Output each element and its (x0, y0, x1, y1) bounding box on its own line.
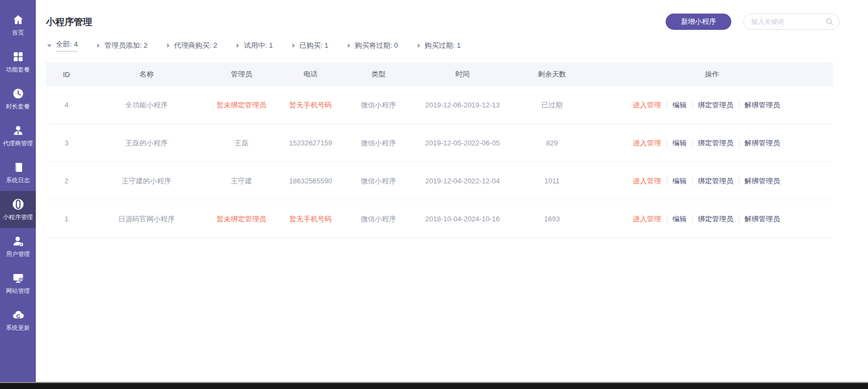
action-link[interactable]: 解绑管理员 (739, 177, 786, 185)
filter-tab[interactable]: 购买过期: 1 (418, 41, 461, 50)
column-header-type: 类型 (344, 69, 412, 79)
sidebar-item-home[interactable]: 首页 (0, 7, 36, 43)
cell-name: 日源码官网小程序 (87, 214, 206, 224)
clock-icon (12, 87, 24, 100)
cell-admin: 王守建 (206, 176, 277, 186)
column-header-actions: 操作 (591, 69, 833, 79)
triangle-icon (167, 43, 170, 48)
cell-admin: 暂未绑定管理员 (206, 214, 277, 224)
cell-admin: 暂未绑定管理员 (206, 100, 277, 110)
cell-actions: 进入管理 编辑 绑定管理员 解绑管理员 (591, 177, 833, 185)
triangle-icon (348, 43, 350, 48)
sidebar-item-system-log[interactable]: 系统日志 (0, 154, 36, 191)
action-link[interactable]: 进入管理 (628, 139, 667, 147)
user-gear-icon (12, 235, 24, 247)
cell-id: 2 (46, 177, 87, 185)
filter-tab-label: 管理员添加: 2 (104, 41, 147, 50)
log-icon (12, 161, 24, 174)
action-link[interactable]: 编辑 (667, 177, 692, 185)
filter-tab[interactable]: 管理员添加: 2 (97, 41, 147, 50)
miniprogram-icon (12, 198, 24, 211)
sidebar-item-label: 网站管理 (6, 287, 30, 295)
main-content: 小程序管理 新增小程序 全部: 4 管理 (36, 0, 868, 382)
add-miniprogram-button[interactable]: 新增小程序 (666, 14, 731, 30)
sidebar-item-label: 系统更新 (6, 324, 30, 332)
sidebar-item-website-management[interactable]: 网站管理 (0, 265, 36, 302)
table-row: 1 日源码官网小程序 暂未绑定管理员 暂无手机号码 微信小程序 2018-10-… (46, 200, 833, 238)
cell-actions: 进入管理 编辑 绑定管理员 解绑管理员 (591, 139, 833, 147)
sidebar-item-duration-packages[interactable]: 时长套餐 (0, 80, 36, 117)
cell-days: 1011 (513, 177, 591, 185)
app-window: 首页 功能套餐 时长套餐 代理商管理 系统日志 (0, 0, 868, 389)
triangle-icon (47, 44, 52, 47)
filter-tabs: 全部: 4 管理员添加: 2 代理商购买: 2 试用中: 1 (36, 40, 868, 52)
action-link[interactable]: 编辑 (667, 215, 692, 223)
action-link[interactable]: 进入管理 (628, 215, 667, 223)
filter-tab-label: 试用中: 1 (244, 41, 272, 50)
sidebar-item-label: 用户管理 (6, 250, 30, 258)
filter-tab[interactable]: 试用中: 1 (237, 41, 272, 50)
cell-actions: 进入管理 编辑 绑定管理员 解绑管理员 (591, 101, 833, 109)
action-link[interactable]: 绑定管理员 (692, 139, 739, 147)
cell-phone: 18632565590 (277, 177, 344, 185)
column-header-id: ID (46, 71, 87, 79)
sidebar-item-label: 功能套餐 (6, 66, 30, 74)
page-title: 小程序管理 (46, 16, 92, 28)
table-body: 4 全功能小程序 暂未绑定管理员 暂无手机号码 微信小程序 2019-12-06… (46, 86, 833, 238)
cell-time: 2018-10-04-2024-10-16 (412, 215, 513, 223)
action-link[interactable]: 编辑 (667, 139, 692, 147)
sidebar-item-label: 系统日志 (6, 176, 30, 184)
sidebar-item-label: 首页 (12, 29, 24, 37)
filter-tab-label: 代理商购买: 2 (174, 41, 217, 50)
filter-tab[interactable]: 购买将过期: 0 (348, 41, 398, 50)
cell-phone: 暂无手机号码 (277, 100, 344, 110)
grid-icon (12, 50, 24, 63)
action-link[interactable]: 绑定管理员 (692, 215, 739, 223)
cell-actions: 进入管理 编辑 绑定管理员 解绑管理员 (591, 215, 833, 223)
filter-tab-label: 已购买: 1 (299, 41, 328, 50)
column-header-time: 时间 (412, 69, 513, 79)
action-link[interactable]: 解绑管理员 (739, 101, 786, 109)
column-header-days: 剩余天数 (513, 69, 591, 79)
cell-days: 1693 (513, 215, 591, 223)
table-row: 2 王守建的小程序 王守建 18632565590 微信小程序 2019-12-… (46, 162, 833, 200)
cell-id: 3 (46, 139, 87, 147)
action-link[interactable]: 进入管理 (628, 177, 667, 185)
filter-tab-label: 购买将过期: 0 (355, 41, 398, 50)
sidebar-item-user-management[interactable]: 用户管理 (0, 228, 36, 265)
cell-id: 1 (46, 215, 87, 223)
sidebar-item-miniprogram-management[interactable]: 小程序管理 (0, 191, 36, 228)
home-icon (12, 14, 24, 26)
cell-days: 已过期 (513, 100, 591, 110)
action-link[interactable]: 编辑 (667, 101, 692, 109)
cell-days: 829 (513, 139, 591, 147)
table-header-row: ID 名称 管理员 电话 类型 时间 剩余天数 操作 (46, 62, 833, 86)
sidebar-item-function-packages[interactable]: 功能套餐 (0, 43, 36, 80)
cell-name: 全功能小程序 (87, 100, 206, 110)
sidebar-item-label: 时长套餐 (6, 103, 30, 111)
cell-type: 微信小程序 (344, 214, 412, 224)
cell-time: 2019-12-06-2019-12-13 (412, 101, 513, 109)
cell-phone: 15232627159 (277, 139, 344, 147)
action-link[interactable]: 绑定管理员 (692, 177, 739, 185)
action-link[interactable]: 解绑管理员 (739, 139, 786, 147)
sidebar-item-agent-management[interactable]: 代理商管理 (0, 117, 36, 154)
action-link[interactable]: 进入管理 (628, 101, 667, 109)
action-link[interactable]: 绑定管理员 (692, 101, 739, 109)
filter-tab-label: 全部: 4 (56, 40, 78, 52)
sidebar-item-system-update[interactable]: 系统更新 (0, 302, 36, 339)
search-icon[interactable] (825, 17, 834, 27)
cell-phone: 暂无手机号码 (277, 214, 344, 224)
action-link[interactable]: 解绑管理员 (739, 215, 786, 223)
table-row: 3 王磊的小程序 王磊 15232627159 微信小程序 2019-12-05… (46, 124, 833, 162)
filter-tab[interactable]: 全部: 4 (47, 40, 78, 52)
filter-tab[interactable]: 代理商购买: 2 (167, 41, 217, 50)
column-header-admin: 管理员 (206, 69, 277, 79)
cell-time: 2019-12-04-2022-12-04 (412, 177, 513, 185)
cell-time: 2019-12-05-2022-06-05 (412, 139, 513, 147)
filter-tab[interactable]: 已购买: 1 (292, 41, 328, 50)
triangle-icon (97, 43, 100, 48)
search-box (743, 14, 840, 30)
sidebar-item-label: 小程序管理 (3, 213, 33, 221)
bottom-strip (0, 382, 868, 389)
